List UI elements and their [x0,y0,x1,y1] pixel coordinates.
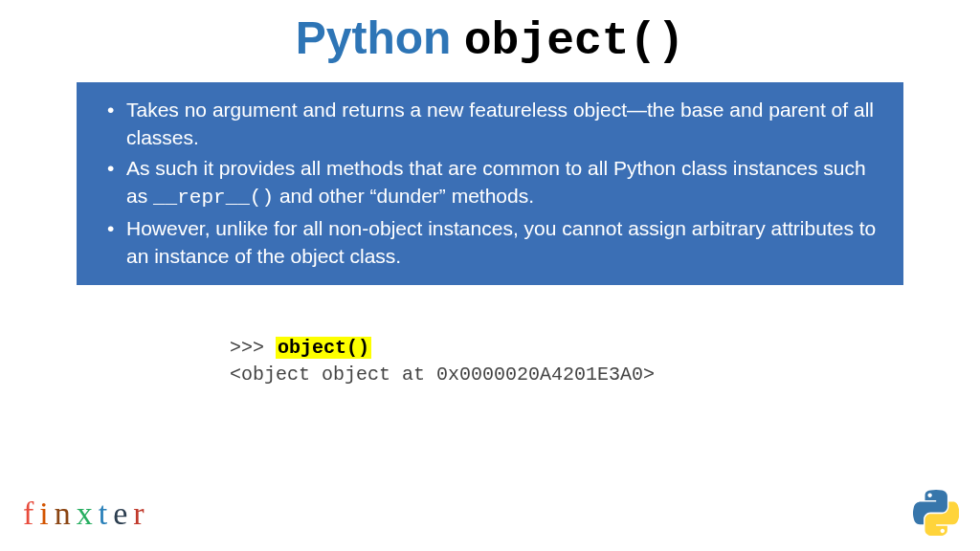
bullet-list: Takes no argument and returns a new feat… [103,96,877,270]
bullet-item-3: However, unlike for all non-object insta… [103,214,877,271]
bullet-1-text: Takes no argument and returns a new feat… [126,99,874,148]
bullet-2-code: __repr__() [153,187,274,209]
bullet-item-2: As such it provides all methods that are… [103,154,877,212]
python-logo-icon [913,490,959,536]
code-output-line: <object object at 0x0000020A4201E3A0> [230,362,980,388]
page-title: Python object() [0,0,980,67]
code-call: object() [276,337,371,359]
code-example: >>> object() <object object at 0x0000020… [230,335,980,388]
logo-letter-i: i [39,496,54,531]
bullet-3-text: However, unlike for all non-object insta… [126,217,876,267]
logo-letter-e: e [113,496,133,531]
title-prefix: Python [296,12,464,63]
code-input-line: >>> object() [230,335,980,362]
description-box: Takes no argument and returns a new feat… [77,82,903,285]
logo-letter-n: n [55,496,77,531]
logo-letter-t: t [99,496,113,531]
logo-letter-r: r [133,496,149,531]
prompt: >>> [230,337,276,359]
title-code: object() [464,15,684,67]
bullet-2-text-b: and other “dunder” methods. [274,185,534,207]
finxter-logo: finxter [23,496,150,532]
bullet-item-1: Takes no argument and returns a new feat… [103,96,877,152]
logo-letter-f: f [23,496,39,531]
logo-letter-x: x [77,496,99,531]
